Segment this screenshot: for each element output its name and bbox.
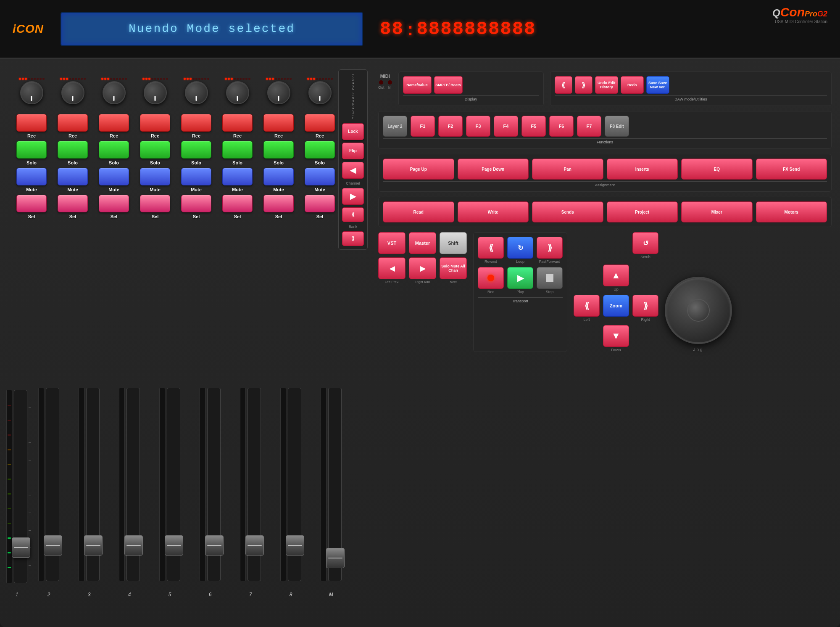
solo-button-6[interactable] [222,141,253,159]
f2-button[interactable]: F2 [438,116,463,137]
down-button[interactable]: ▼ [603,325,629,347]
fader-handle-6[interactable] [205,535,224,556]
vst-button[interactable]: VST [378,232,406,254]
mute-button-8[interactable] [305,168,335,185]
smpte-beats-button[interactable]: SMPTE/ Beats [434,76,463,94]
solo-mute-button[interactable]: Solo Mute All Chan [440,257,467,279]
solo-button-4[interactable] [140,141,170,159]
left-nav-button[interactable]: ⟪ [574,295,600,317]
sel-button-5[interactable] [181,195,211,212]
right-add-button[interactable]: ▶ [409,257,436,279]
f8-button[interactable]: F8 Edit [605,116,629,137]
sel-button-6[interactable] [222,195,253,212]
fader-handle-4[interactable] [124,535,143,556]
mute-button-4[interactable] [140,168,170,185]
rec-button-4[interactable] [140,114,170,132]
solo-button-2[interactable] [58,141,88,159]
channel-button[interactable]: ◀ [342,162,364,179]
sel-button-2[interactable] [58,195,88,212]
knob-4[interactable] [144,81,167,104]
fader-handle-7[interactable] [245,535,264,556]
rec-button-2[interactable] [58,114,88,132]
right-nav-button[interactable]: ⟫ [632,295,658,317]
mute-button-3[interactable] [99,168,129,185]
page-down-button[interactable]: Page Down [458,159,529,180]
bank-forward-button[interactable]: ⟫ [342,231,364,246]
fader-handle-5[interactable] [165,535,183,556]
rec-button-8[interactable] [305,114,335,132]
rec-button-7[interactable] [263,114,294,132]
sel-button-4[interactable] [140,195,170,212]
knob-7[interactable] [267,81,290,104]
mute-button-5[interactable] [181,168,211,185]
fader-handle-2[interactable] [44,535,62,556]
fader-handle-8[interactable] [286,535,304,556]
pan-button[interactable]: Pan [532,159,603,180]
sel-button-8[interactable] [305,195,335,212]
mute-button-1[interactable] [16,168,47,185]
save-button[interactable]: Save Save New Ver. [646,76,669,94]
name-value-button[interactable]: Name/Value [403,76,432,94]
f3-button[interactable]: F3 [466,116,490,137]
play-button[interactable]: ▶ [507,267,533,289]
channel-right-button[interactable]: ▶ [342,188,364,205]
knob-2[interactable] [61,81,84,104]
eq-button[interactable]: EQ [681,159,753,180]
fader-handle-3[interactable] [84,535,103,556]
knob-3[interactable] [103,81,126,104]
mute-button-7[interactable] [263,168,294,185]
stop-button[interactable] [537,267,563,289]
daw-next-button[interactable]: ⟫ [575,76,592,94]
solo-button-5[interactable] [181,141,211,159]
solo-button-3[interactable] [99,141,129,159]
page-up-button[interactable]: Page Up [383,159,454,180]
solo-button-8[interactable] [305,141,335,159]
mixer-button[interactable]: Mixer [681,201,753,222]
mute-button-6[interactable] [222,168,253,185]
loop-button[interactable]: ↻ [507,237,533,259]
fx-send-button[interactable]: FX Send [756,159,827,180]
shift-button[interactable]: Shift [440,232,467,254]
fader-handle-1[interactable] [12,537,30,558]
rewind-button[interactable]: ⟪ [478,237,504,259]
solo-button-1[interactable] [16,141,47,159]
knob-6[interactable] [226,81,249,104]
sel-button-7[interactable] [263,195,294,212]
knob-8[interactable] [308,81,332,104]
jog-wheel[interactable] [665,277,732,344]
f6-button[interactable]: F6 [549,116,574,137]
sel-button-3[interactable] [99,195,129,212]
left-prev-button[interactable]: ◀ [378,257,406,279]
master-button[interactable]: Master [409,232,436,254]
f5-button[interactable]: F5 [521,116,546,137]
layer2-button[interactable]: Layer 2 [383,116,407,137]
knob-1[interactable] [20,81,43,104]
fastforward-button[interactable]: ⟫ [537,237,563,259]
up-button[interactable]: ▲ [603,265,629,286]
read-button[interactable]: Read [383,201,454,222]
f7-button[interactable]: F7 [577,116,601,137]
undo-button[interactable]: Undo Edit History [595,76,618,94]
rec-button-6[interactable] [222,114,253,132]
sends-button[interactable]: Sends [532,201,603,222]
sel-button-1[interactable] [16,195,47,212]
mute-button-2[interactable] [58,168,88,185]
flip-button[interactable]: Flip [342,143,364,159]
scrub-button[interactable]: ↺ [632,232,658,254]
write-button[interactable]: Write [458,201,529,222]
daw-prev-button[interactable]: ⟪ [555,76,572,94]
f1-button[interactable]: F1 [411,116,435,137]
rec-button-3[interactable] [99,114,129,132]
motors-button[interactable]: Motors [756,201,827,222]
project-button[interactable]: Project [607,201,678,222]
rec-transport-button[interactable] [478,267,504,289]
lock-button[interactable]: Lock [342,123,364,140]
redo-button[interactable]: Redo [621,76,644,94]
rec-button-1[interactable] [16,114,47,132]
inserts-button[interactable]: Inserts [607,159,678,180]
knob-5[interactable] [185,81,208,104]
f4-button[interactable]: F4 [494,116,518,137]
solo-button-7[interactable] [263,141,294,159]
bank-back-button[interactable]: ⟪ [342,207,364,222]
zoom-button[interactable]: Zoom [603,295,629,317]
